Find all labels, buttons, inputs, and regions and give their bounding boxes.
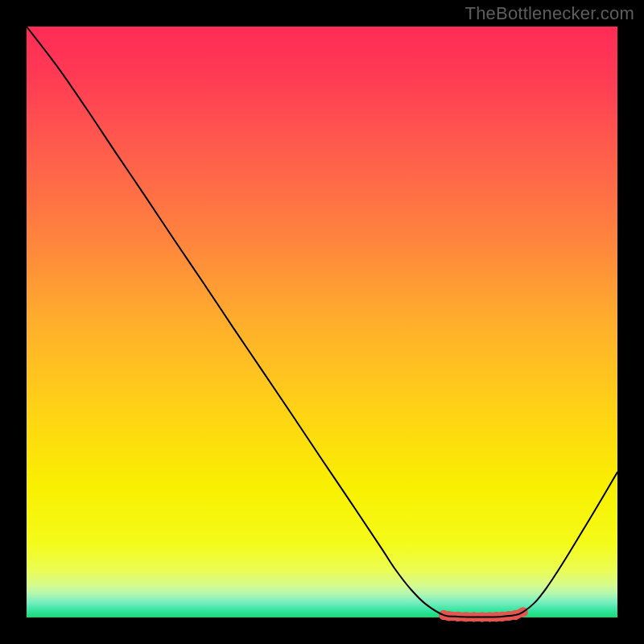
plot-background [27,27,617,617]
watermark-label: TheBottlenecker.com [465,3,634,24]
chart-plot [0,0,644,644]
chart-frame: TheBottlenecker.com [0,0,644,644]
